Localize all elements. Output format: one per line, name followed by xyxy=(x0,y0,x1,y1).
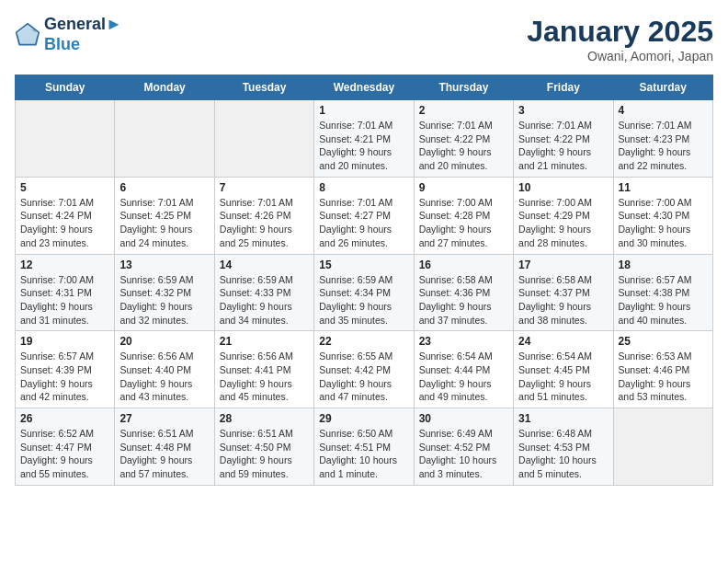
day-cell xyxy=(115,100,214,178)
day-cell: 1Sunrise: 7:01 AM Sunset: 4:21 PM Daylig… xyxy=(314,100,414,178)
day-info: Sunrise: 6:55 AM Sunset: 4:42 PM Dayligh… xyxy=(319,350,408,404)
calendar-table: SundayMondayTuesdayWednesdayThursdayFrid… xyxy=(15,75,713,486)
day-info: Sunrise: 6:49 AM Sunset: 4:52 PM Dayligh… xyxy=(419,427,508,481)
day-number: 17 xyxy=(518,259,608,271)
header-cell-sunday: Sunday xyxy=(16,75,115,100)
day-number: 13 xyxy=(119,259,209,271)
day-number: 11 xyxy=(619,181,708,194)
day-info: Sunrise: 6:50 AM Sunset: 4:51 PM Dayligh… xyxy=(319,427,408,481)
day-number: 10 xyxy=(518,181,608,194)
week-row-5: 26Sunrise: 6:52 AM Sunset: 4:47 PM Dayli… xyxy=(16,408,713,486)
day-info: Sunrise: 6:56 AM Sunset: 4:41 PM Dayligh… xyxy=(220,350,309,404)
day-cell: 10Sunrise: 7:00 AM Sunset: 4:29 PM Dayli… xyxy=(514,177,613,254)
day-cell: 11Sunrise: 7:00 AM Sunset: 4:30 PM Dayli… xyxy=(613,177,712,254)
day-number: 25 xyxy=(619,335,708,348)
day-cell: 31Sunrise: 6:48 AM Sunset: 4:53 PM Dayli… xyxy=(514,408,613,486)
day-cell: 9Sunrise: 7:00 AM Sunset: 4:28 PM Daylig… xyxy=(414,177,513,254)
header-cell-friday: Friday xyxy=(514,75,613,100)
logo: General► Blue xyxy=(15,15,122,54)
page-header: General► Blue January 2025 Owani, Aomori… xyxy=(15,15,713,63)
day-info: Sunrise: 7:01 AM Sunset: 4:24 PM Dayligh… xyxy=(20,196,109,250)
day-cell: 27Sunrise: 6:51 AM Sunset: 4:48 PM Dayli… xyxy=(115,408,214,486)
day-number: 7 xyxy=(220,181,309,194)
day-number: 30 xyxy=(419,412,508,425)
day-cell: 30Sunrise: 6:49 AM Sunset: 4:52 PM Dayli… xyxy=(414,408,513,486)
day-cell: 18Sunrise: 6:57 AM Sunset: 4:38 PM Dayli… xyxy=(613,254,712,331)
day-info: Sunrise: 6:56 AM Sunset: 4:40 PM Dayligh… xyxy=(119,350,209,404)
day-cell: 29Sunrise: 6:50 AM Sunset: 4:51 PM Dayli… xyxy=(314,408,414,486)
calendar-header: SundayMondayTuesdayWednesdayThursdayFrid… xyxy=(16,75,713,100)
day-info: Sunrise: 7:01 AM Sunset: 4:22 PM Dayligh… xyxy=(419,119,508,173)
day-cell: 3Sunrise: 7:01 AM Sunset: 4:22 PM Daylig… xyxy=(514,100,613,178)
day-number: 24 xyxy=(518,335,608,348)
day-info: Sunrise: 7:01 AM Sunset: 4:25 PM Dayligh… xyxy=(119,196,209,250)
day-info: Sunrise: 6:51 AM Sunset: 4:48 PM Dayligh… xyxy=(119,427,209,481)
day-cell: 4Sunrise: 7:01 AM Sunset: 4:23 PM Daylig… xyxy=(613,100,712,178)
day-cell: 26Sunrise: 6:52 AM Sunset: 4:47 PM Dayli… xyxy=(16,408,115,486)
header-cell-saturday: Saturday xyxy=(613,75,712,100)
day-number: 15 xyxy=(319,259,408,271)
week-row-1: 1Sunrise: 7:01 AM Sunset: 4:21 PM Daylig… xyxy=(16,100,713,178)
day-info: Sunrise: 7:01 AM Sunset: 4:27 PM Dayligh… xyxy=(319,196,408,250)
day-number: 27 xyxy=(119,412,209,425)
week-row-4: 19Sunrise: 6:57 AM Sunset: 4:39 PM Dayli… xyxy=(16,331,713,408)
day-cell: 13Sunrise: 6:59 AM Sunset: 4:32 PM Dayli… xyxy=(115,254,214,331)
header-cell-wednesday: Wednesday xyxy=(314,75,414,100)
day-cell: 20Sunrise: 6:56 AM Sunset: 4:40 PM Dayli… xyxy=(115,331,214,408)
day-info: Sunrise: 7:00 AM Sunset: 4:28 PM Dayligh… xyxy=(419,196,508,250)
day-info: Sunrise: 6:54 AM Sunset: 4:44 PM Dayligh… xyxy=(419,350,508,404)
week-row-2: 5Sunrise: 7:01 AM Sunset: 4:24 PM Daylig… xyxy=(16,177,713,254)
day-info: Sunrise: 6:58 AM Sunset: 4:37 PM Dayligh… xyxy=(518,273,608,327)
calendar-body: 1Sunrise: 7:01 AM Sunset: 4:21 PM Daylig… xyxy=(16,100,713,486)
day-info: Sunrise: 6:57 AM Sunset: 4:39 PM Dayligh… xyxy=(20,350,109,404)
day-info: Sunrise: 6:51 AM Sunset: 4:50 PM Dayligh… xyxy=(220,427,309,481)
day-cell: 19Sunrise: 6:57 AM Sunset: 4:39 PM Dayli… xyxy=(16,331,115,408)
day-info: Sunrise: 6:52 AM Sunset: 4:47 PM Dayligh… xyxy=(20,427,109,481)
day-number: 18 xyxy=(619,259,708,271)
day-number: 1 xyxy=(319,104,408,117)
day-number: 2 xyxy=(419,104,508,117)
day-info: Sunrise: 7:01 AM Sunset: 4:23 PM Dayligh… xyxy=(619,119,708,173)
header-cell-thursday: Thursday xyxy=(414,75,513,100)
day-cell xyxy=(214,100,313,178)
day-cell: 5Sunrise: 7:01 AM Sunset: 4:24 PM Daylig… xyxy=(16,177,115,254)
header-cell-monday: Monday xyxy=(115,75,214,100)
day-cell: 24Sunrise: 6:54 AM Sunset: 4:45 PM Dayli… xyxy=(514,331,613,408)
calendar-title: January 2025 xyxy=(527,15,713,49)
day-info: Sunrise: 6:59 AM Sunset: 4:32 PM Dayligh… xyxy=(119,273,209,327)
day-info: Sunrise: 7:01 AM Sunset: 4:22 PM Dayligh… xyxy=(518,119,608,173)
calendar-subtitle: Owani, Aomori, Japan xyxy=(527,49,713,63)
day-number: 16 xyxy=(419,259,508,271)
day-info: Sunrise: 7:00 AM Sunset: 4:31 PM Dayligh… xyxy=(20,273,109,327)
day-info: Sunrise: 6:59 AM Sunset: 4:34 PM Dayligh… xyxy=(319,273,408,327)
day-number: 20 xyxy=(119,335,209,348)
day-info: Sunrise: 7:00 AM Sunset: 4:29 PM Dayligh… xyxy=(518,196,608,250)
day-info: Sunrise: 7:00 AM Sunset: 4:30 PM Dayligh… xyxy=(619,196,708,250)
day-number: 22 xyxy=(319,335,408,348)
day-info: Sunrise: 6:57 AM Sunset: 4:38 PM Dayligh… xyxy=(619,273,708,327)
title-block: January 2025 Owani, Aomori, Japan xyxy=(527,15,713,63)
day-cell: 21Sunrise: 6:56 AM Sunset: 4:41 PM Dayli… xyxy=(214,331,313,408)
day-number: 19 xyxy=(20,335,109,348)
day-number: 23 xyxy=(419,335,508,348)
week-row-3: 12Sunrise: 7:00 AM Sunset: 4:31 PM Dayli… xyxy=(16,254,713,331)
day-cell: 7Sunrise: 7:01 AM Sunset: 4:26 PM Daylig… xyxy=(214,177,313,254)
logo-text: General► Blue xyxy=(44,15,122,54)
day-info: Sunrise: 6:48 AM Sunset: 4:53 PM Dayligh… xyxy=(518,427,608,481)
day-cell: 25Sunrise: 6:53 AM Sunset: 4:46 PM Dayli… xyxy=(613,331,712,408)
day-number: 29 xyxy=(319,412,408,425)
day-number: 26 xyxy=(20,412,109,425)
header-cell-tuesday: Tuesday xyxy=(214,75,313,100)
day-number: 14 xyxy=(220,259,309,271)
day-cell: 14Sunrise: 6:59 AM Sunset: 4:33 PM Dayli… xyxy=(214,254,313,331)
day-cell: 6Sunrise: 7:01 AM Sunset: 4:25 PM Daylig… xyxy=(115,177,214,254)
day-number: 6 xyxy=(119,181,209,194)
day-info: Sunrise: 7:01 AM Sunset: 4:26 PM Dayligh… xyxy=(220,196,309,250)
day-cell: 15Sunrise: 6:59 AM Sunset: 4:34 PM Dayli… xyxy=(314,254,414,331)
day-cell: 16Sunrise: 6:58 AM Sunset: 4:36 PM Dayli… xyxy=(414,254,513,331)
day-cell: 8Sunrise: 7:01 AM Sunset: 4:27 PM Daylig… xyxy=(314,177,414,254)
day-cell: 22Sunrise: 6:55 AM Sunset: 4:42 PM Dayli… xyxy=(314,331,414,408)
day-info: Sunrise: 6:53 AM Sunset: 4:46 PM Dayligh… xyxy=(619,350,708,404)
day-info: Sunrise: 6:59 AM Sunset: 4:33 PM Dayligh… xyxy=(220,273,309,327)
day-cell: 17Sunrise: 6:58 AM Sunset: 4:37 PM Dayli… xyxy=(514,254,613,331)
